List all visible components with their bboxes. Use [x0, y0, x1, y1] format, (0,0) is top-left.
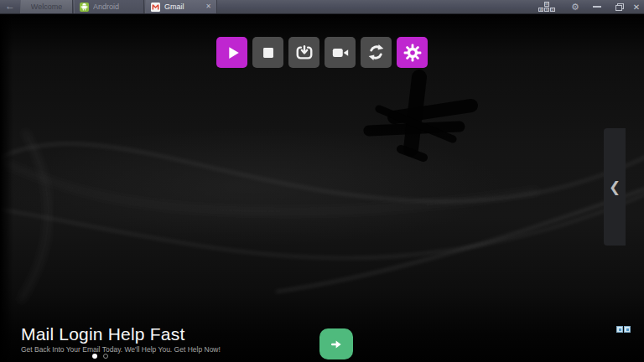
chevron-left-icon: ❮ [609, 178, 621, 196]
ad-title: Mail Login Help Fast [21, 324, 184, 344]
key-s: S [544, 8, 549, 13]
tab-gmail-label: Gmail [164, 3, 184, 11]
sync-icon [366, 43, 386, 62]
tab-welcome[interactable]: Welcome [20, 0, 73, 13]
android-icon [80, 3, 89, 12]
dot-inactive[interactable] [103, 354, 108, 359]
close-icon: ✕ [633, 3, 640, 12]
record-video-button[interactable] [325, 37, 356, 68]
tab-android-label: Android [93, 3, 119, 11]
restore-button[interactable] [612, 0, 627, 13]
tab-android[interactable]: Android [74, 0, 144, 13]
ad-subtitle: Get Back Into Your Email Today. We'll He… [21, 345, 221, 354]
tab-gmail[interactable]: Gmail ✕ [145, 0, 217, 13]
minimize-button[interactable] [589, 0, 605, 13]
tab-close-icon[interactable]: ✕ [200, 3, 211, 10]
arrow-right-icon [329, 337, 344, 352]
emulator-screen: ❮ Mail Login Help Fast Get Back Into You… [0, 15, 644, 362]
restore-icon [615, 3, 624, 11]
ad-choice-badges[interactable] [616, 326, 631, 333]
play-icon [223, 44, 242, 62]
keymapping-button[interactable]: W A S D [537, 0, 557, 13]
play-button[interactable] [216, 37, 247, 68]
settings-titlebar-button[interactable]: ⚙ [569, 0, 582, 13]
title-bar: ← Welcome Android [0, 0, 644, 14]
minimize-icon [593, 6, 601, 8]
stop-button[interactable] [252, 37, 283, 68]
ad-badge-icon[interactable] [624, 326, 631, 333]
tab-welcome-label: Welcome [31, 3, 62, 11]
sync-button[interactable] [361, 37, 392, 68]
close-window-button[interactable]: ✕ [629, 0, 644, 13]
ad-next-button[interactable] [319, 328, 353, 359]
sidebar-collapse-tab[interactable]: ❮ [604, 128, 626, 246]
dot-active[interactable] [92, 354, 97, 359]
back-arrow-icon: ← [5, 0, 15, 12]
ad-badge-icon[interactable] [616, 326, 623, 333]
video-camera-icon [331, 44, 350, 62]
key-w: W [544, 2, 549, 7]
gmail-icon [151, 3, 160, 12]
gear-icon: ⚙ [571, 2, 579, 13]
carousel-dots [92, 354, 108, 359]
install-apk-icon [295, 44, 314, 62]
left-edge-shadow [0, 15, 13, 362]
settings-button[interactable] [397, 37, 428, 68]
gear-icon [402, 43, 423, 63]
back-button[interactable]: ← [3, 0, 18, 13]
install-apk-button[interactable] [288, 37, 319, 68]
stop-icon [259, 44, 278, 62]
key-a: A [538, 8, 543, 13]
wallpaper-waves [0, 15, 644, 362]
emulator-window: ← Welcome Android [0, 0, 644, 362]
keyboard-keys-icon: W A S D [538, 2, 556, 13]
key-d: D [550, 8, 555, 13]
